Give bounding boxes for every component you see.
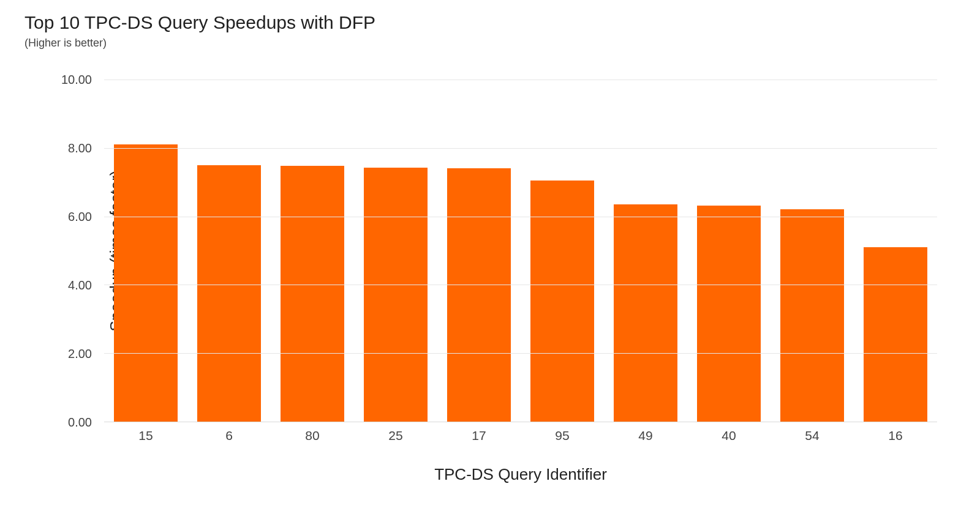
y-tick-label: 8.00 — [68, 141, 92, 155]
x-tick-label: 15 — [104, 428, 187, 447]
bar — [780, 209, 843, 422]
x-tick-label: 80 — [271, 428, 354, 447]
bar-slot — [687, 80, 771, 422]
x-axis-ticks: 1568025179549405416 — [104, 428, 937, 447]
x-tick-label: 95 — [521, 428, 604, 447]
y-tick-label: 6.00 — [68, 210, 92, 224]
bar — [447, 168, 510, 422]
bar-slot — [437, 80, 521, 422]
bar-slot — [104, 80, 187, 422]
y-tick-label: 4.00 — [68, 278, 92, 292]
x-tick-label: 17 — [437, 428, 521, 447]
bar-slot — [271, 80, 354, 422]
bar — [197, 165, 260, 422]
gridline — [104, 217, 937, 217]
x-tick-label: 25 — [354, 428, 437, 447]
chart-title: Top 10 TPC-DS Query Speedups with DFP — [24, 12, 956, 33]
y-tick-label: 0.00 — [68, 415, 92, 430]
gridline — [104, 285, 937, 285]
gridline — [104, 148, 937, 149]
x-tick-label: 49 — [604, 428, 687, 447]
y-axis-ticks: 0.002.004.006.008.0010.00 — [61, 80, 98, 422]
bar-slot — [604, 80, 687, 422]
plot-area — [104, 80, 937, 422]
y-tick-label: 10.00 — [61, 73, 92, 87]
x-tick-label: 6 — [187, 428, 271, 447]
chart-subtitle: (Higher is better) — [24, 37, 956, 50]
bar-slot — [521, 80, 604, 422]
bar — [114, 144, 177, 422]
x-tick-label: 16 — [854, 428, 937, 447]
x-axis-label: TPC-DS Query Identifier — [104, 465, 937, 484]
bar — [364, 168, 427, 422]
x-tick-label: 54 — [771, 428, 854, 447]
bar-slot — [771, 80, 854, 422]
bar — [281, 166, 344, 422]
bar-slot — [854, 80, 937, 422]
x-tick-label: 40 — [687, 428, 771, 447]
chart-container: Top 10 TPC-DS Query Speedups with DFP (H… — [24, 12, 956, 502]
bar — [614, 204, 677, 422]
y-tick-label: 2.00 — [68, 347, 92, 361]
gridline — [104, 80, 937, 80]
gridline — [104, 353, 937, 354]
bar-slot — [187, 80, 271, 422]
bar — [697, 206, 760, 422]
bar — [864, 247, 927, 422]
bar-slot — [354, 80, 437, 422]
bars-group — [104, 80, 937, 422]
